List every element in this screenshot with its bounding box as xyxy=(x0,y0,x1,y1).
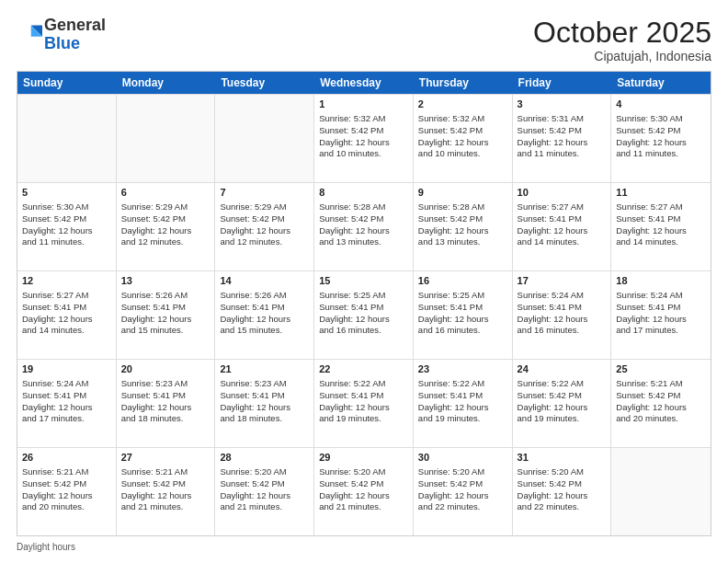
calendar-header: SundayMondayTuesdayWednesdayThursdayFrid… xyxy=(17,72,711,94)
day-info-line: Sunset: 5:42 PM xyxy=(121,213,210,225)
day-info-line: Sunset: 5:41 PM xyxy=(319,390,408,402)
day-info-line: Sunrise: 5:25 AM xyxy=(418,290,507,302)
day-info-line: Daylight: 12 hours xyxy=(22,490,111,502)
day-info-line: and 20 minutes. xyxy=(616,413,706,425)
header-day-thursday: Thursday xyxy=(414,72,513,94)
calendar-row-0: 1Sunrise: 5:32 AMSunset: 5:42 PMDaylight… xyxy=(17,94,711,182)
day-info-line: Sunset: 5:41 PM xyxy=(319,302,408,314)
day-info-line: and 22 minutes. xyxy=(418,501,507,513)
day-info-line: Sunrise: 5:24 AM xyxy=(22,378,111,390)
day-info-line: Daylight: 12 hours xyxy=(319,225,408,237)
day-info-line: Sunset: 5:41 PM xyxy=(22,302,111,314)
day-info-line: Sunset: 5:41 PM xyxy=(518,213,607,225)
day-number: 20 xyxy=(121,362,210,376)
day-info-line: Daylight: 12 hours xyxy=(22,402,111,414)
day-info-line: Sunrise: 5:22 AM xyxy=(418,378,507,390)
day-number: 11 xyxy=(616,186,706,200)
day-cell-21: 21Sunrise: 5:23 AMSunset: 5:41 PMDayligh… xyxy=(215,360,314,447)
day-info-line: Sunrise: 5:20 AM xyxy=(319,466,408,478)
day-info-line: and 16 minutes. xyxy=(518,325,607,337)
day-info-line: and 13 minutes. xyxy=(319,236,408,248)
logo-blue: Blue xyxy=(44,34,80,52)
day-info-line: Sunrise: 5:25 AM xyxy=(319,290,408,302)
day-info-line: Sunset: 5:41 PM xyxy=(418,390,507,402)
day-info-line: Sunrise: 5:28 AM xyxy=(319,201,408,213)
day-info-line: Sunset: 5:42 PM xyxy=(418,213,507,225)
day-info-line: and 10 minutes. xyxy=(418,148,507,160)
day-info-line: Sunrise: 5:20 AM xyxy=(220,466,309,478)
day-info-line: Daylight: 12 hours xyxy=(418,490,507,502)
footer: Daylight hours xyxy=(17,542,711,552)
location-subtitle: Cipatujah, Indonesia xyxy=(533,49,711,63)
day-info-line: and 17 minutes. xyxy=(22,413,111,425)
day-info-line: Daylight: 12 hours xyxy=(319,137,408,149)
day-cell-7: 7Sunrise: 5:29 AMSunset: 5:42 PMDaylight… xyxy=(215,183,314,270)
day-info-line: Sunrise: 5:27 AM xyxy=(22,290,111,302)
day-number: 24 xyxy=(518,362,607,376)
day-number: 8 xyxy=(319,186,408,200)
day-info-line: and 16 minutes. xyxy=(418,325,507,337)
day-cell-14: 14Sunrise: 5:26 AMSunset: 5:41 PMDayligh… xyxy=(215,271,314,359)
day-number: 13 xyxy=(121,274,210,288)
day-number: 14 xyxy=(220,274,309,288)
day-info-line: Daylight: 12 hours xyxy=(121,225,210,237)
day-cell-23: 23Sunrise: 5:22 AMSunset: 5:41 PMDayligh… xyxy=(414,360,513,447)
day-cell-31: 31Sunrise: 5:20 AMSunset: 5:42 PMDayligh… xyxy=(513,448,612,535)
day-info-line: Sunrise: 5:30 AM xyxy=(22,201,111,213)
day-info-line: Sunrise: 5:24 AM xyxy=(616,290,706,302)
calendar-row-4: 26Sunrise: 5:21 AMSunset: 5:42 PMDayligh… xyxy=(17,447,711,535)
day-info-line: Sunrise: 5:22 AM xyxy=(518,378,607,390)
day-info-line: Daylight: 12 hours xyxy=(616,314,706,326)
day-number: 27 xyxy=(121,451,210,465)
day-info-line: and 19 minutes. xyxy=(418,413,507,425)
day-info-line: Sunrise: 5:27 AM xyxy=(518,201,607,213)
day-number: 23 xyxy=(418,362,507,376)
day-info-line: Sunrise: 5:27 AM xyxy=(616,201,706,213)
day-info-line: Daylight: 12 hours xyxy=(418,402,507,414)
footer-text: Daylight hours xyxy=(17,542,75,552)
day-info-line: Daylight: 12 hours xyxy=(518,225,607,237)
day-cell-29: 29Sunrise: 5:20 AMSunset: 5:42 PMDayligh… xyxy=(314,448,414,535)
day-cell-20: 20Sunrise: 5:23 AMSunset: 5:41 PMDayligh… xyxy=(117,360,216,447)
day-info-line: Daylight: 12 hours xyxy=(418,225,507,237)
day-info-line: Sunset: 5:41 PM xyxy=(616,213,706,225)
day-info-line: and 21 minutes. xyxy=(121,501,210,513)
day-info-line: Daylight: 12 hours xyxy=(518,490,607,502)
header-day-wednesday: Wednesday xyxy=(314,72,414,94)
day-number: 17 xyxy=(518,274,607,288)
day-number: 18 xyxy=(616,274,706,288)
calendar: SundayMondayTuesdayWednesdayThursdayFrid… xyxy=(17,71,711,536)
header: General Blue October 2025 Cipatujah, Ind… xyxy=(17,17,711,63)
day-cell-4: 4Sunrise: 5:30 AMSunset: 5:42 PMDaylight… xyxy=(611,95,711,182)
day-info-line: Sunrise: 5:29 AM xyxy=(121,201,210,213)
day-info-line: Daylight: 12 hours xyxy=(121,490,210,502)
day-cell-17: 17Sunrise: 5:24 AMSunset: 5:41 PMDayligh… xyxy=(513,271,612,359)
day-cell-1: 1Sunrise: 5:32 AMSunset: 5:42 PMDaylight… xyxy=(314,95,414,182)
day-info-line: and 11 minutes. xyxy=(616,148,706,160)
day-info-line: and 19 minutes. xyxy=(319,413,408,425)
day-info-line: Sunrise: 5:30 AM xyxy=(616,113,706,125)
day-info-line: Sunset: 5:42 PM xyxy=(319,478,408,490)
day-cell-5: 5Sunrise: 5:30 AMSunset: 5:42 PMDaylight… xyxy=(17,183,117,270)
day-info-line: Sunset: 5:42 PM xyxy=(22,213,111,225)
header-day-monday: Monday xyxy=(117,72,216,94)
day-cell-empty-0-0 xyxy=(17,95,117,182)
calendar-row-2: 12Sunrise: 5:27 AMSunset: 5:41 PMDayligh… xyxy=(17,270,711,359)
day-info-line: Sunrise: 5:23 AM xyxy=(220,378,309,390)
day-number: 22 xyxy=(319,362,408,376)
day-number: 25 xyxy=(616,362,706,376)
day-number: 31 xyxy=(518,451,607,465)
day-info-line: and 18 minutes. xyxy=(220,413,309,425)
day-number: 4 xyxy=(616,98,706,111)
day-cell-2: 2Sunrise: 5:32 AMSunset: 5:42 PMDaylight… xyxy=(414,95,513,182)
day-cell-empty-0-2 xyxy=(215,95,314,182)
day-info-line: and 14 minutes. xyxy=(22,325,111,337)
day-cell-28: 28Sunrise: 5:20 AMSunset: 5:42 PMDayligh… xyxy=(215,448,314,535)
day-info-line: Sunset: 5:41 PM xyxy=(121,302,210,314)
day-info-line: and 12 minutes. xyxy=(121,236,210,248)
day-info-line: Sunrise: 5:28 AM xyxy=(418,201,507,213)
day-info-line: and 17 minutes. xyxy=(616,325,706,337)
day-cell-19: 19Sunrise: 5:24 AMSunset: 5:41 PMDayligh… xyxy=(17,360,117,447)
day-info-line: and 11 minutes. xyxy=(22,236,111,248)
day-info-line: Sunset: 5:41 PM xyxy=(22,390,111,402)
